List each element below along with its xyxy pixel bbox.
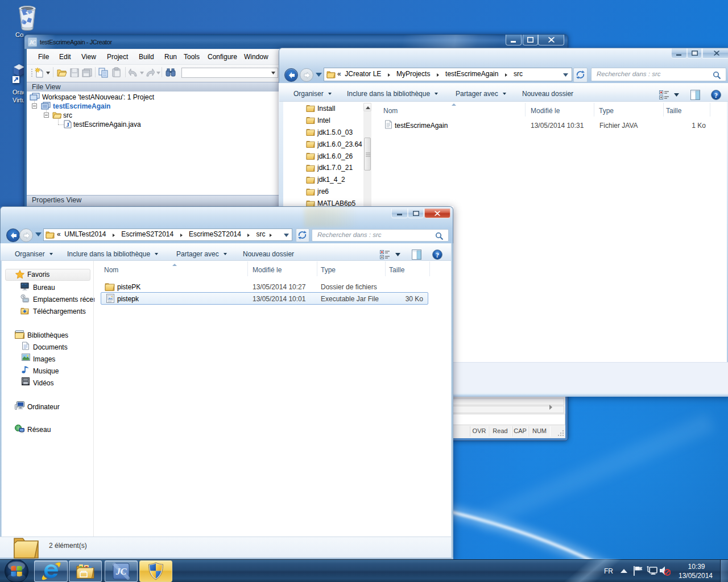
svg-text:JC: JC bbox=[115, 567, 127, 576]
svg-text:?: ? bbox=[714, 92, 718, 99]
svg-text:JC: JC bbox=[28, 39, 36, 45]
svg-text:J: J bbox=[66, 121, 69, 128]
svg-text:?: ? bbox=[436, 251, 439, 259]
